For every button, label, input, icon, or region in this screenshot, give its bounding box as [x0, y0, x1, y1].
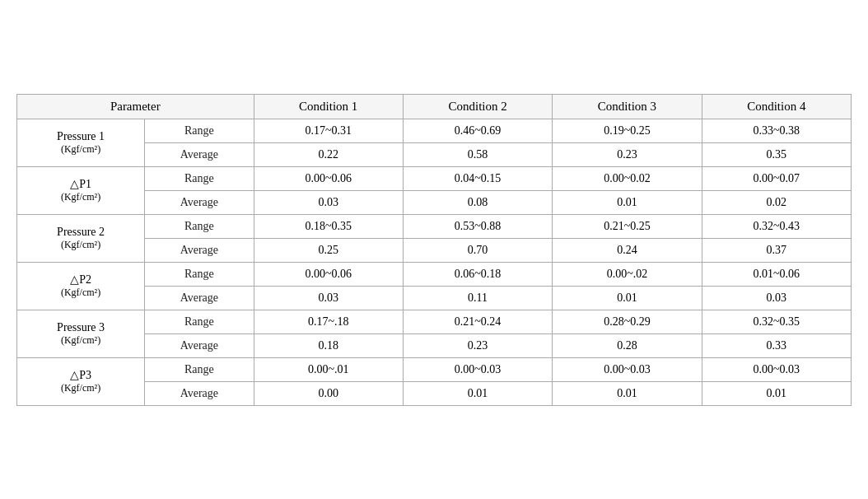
- value-cell: 0.08: [403, 190, 552, 214]
- value-cell: 0.00~0.03: [702, 357, 851, 381]
- value-cell: 0.32~0.35: [702, 310, 851, 333]
- value-cell: 0.03: [702, 286, 851, 310]
- value-cell: 0.00~0.06: [254, 166, 403, 190]
- sub-label: Range: [145, 357, 254, 381]
- sub-label: Average: [145, 333, 254, 357]
- param-name-cell: △P2(Kgf/cm²): [17, 262, 145, 310]
- header-cond3: Condition 3: [553, 94, 702, 119]
- value-cell: 0.21~0.24: [403, 310, 552, 333]
- sub-label: Range: [145, 262, 254, 286]
- value-cell: 0.24: [553, 238, 702, 262]
- value-cell: 0.35: [702, 142, 851, 166]
- value-cell: 0.00~.02: [553, 262, 702, 286]
- value-cell: 0.01: [553, 381, 702, 405]
- value-cell: 0.01: [702, 381, 851, 405]
- value-cell: 0.00: [254, 381, 403, 405]
- value-cell: 0.00~.01: [254, 357, 403, 381]
- table-row: Pressure 2(Kgf/cm²)Range0.18~0.350.53~0.…: [17, 214, 852, 238]
- value-cell: 0.53~0.88: [403, 214, 552, 238]
- value-cell: 0.00~0.03: [403, 357, 552, 381]
- value-cell: 0.37: [702, 238, 851, 262]
- value-cell: 0.18~0.35: [254, 214, 403, 238]
- param-name-cell: △P1(Kgf/cm²): [17, 166, 145, 214]
- value-cell: 0.17~0.31: [254, 119, 403, 142]
- table-row: Pressure 1(Kgf/cm²)Range0.17~0.310.46~0.…: [17, 119, 852, 142]
- value-cell: 0.23: [553, 142, 702, 166]
- value-cell: 0.01: [403, 381, 552, 405]
- value-cell: 0.22: [254, 142, 403, 166]
- param-name-cell: Pressure 2(Kgf/cm²): [17, 214, 145, 262]
- param-name-cell: △P3(Kgf/cm²): [17, 357, 145, 405]
- value-cell: 0.02: [702, 190, 851, 214]
- value-cell: 0.21~0.25: [553, 214, 702, 238]
- value-cell: 0.00~0.03: [553, 357, 702, 381]
- sub-label: Average: [145, 381, 254, 405]
- value-cell: 0.01: [553, 190, 702, 214]
- header-cond4: Condition 4: [702, 94, 851, 119]
- value-cell: 0.70: [403, 238, 552, 262]
- value-cell: 0.17~.18: [254, 310, 403, 333]
- sub-label: Average: [145, 190, 254, 214]
- value-cell: 0.04~0.15: [403, 166, 552, 190]
- sub-label: Range: [145, 166, 254, 190]
- value-cell: 0.06~0.18: [403, 262, 552, 286]
- value-cell: 0.18: [254, 333, 403, 357]
- value-cell: 0.46~0.69: [403, 119, 552, 142]
- value-cell: 0.25: [254, 238, 403, 262]
- value-cell: 0.33: [702, 333, 851, 357]
- value-cell: 0.23: [403, 333, 552, 357]
- sub-label: Average: [145, 238, 254, 262]
- value-cell: 0.00~0.07: [702, 166, 851, 190]
- header-cond2: Condition 2: [403, 94, 552, 119]
- table-wrapper: Parameter Condition 1 Condition 2 Condit…: [0, 77, 868, 422]
- value-cell: 0.32~0.43: [702, 214, 851, 238]
- sub-label: Range: [145, 214, 254, 238]
- param-name-cell: Pressure 1(Kgf/cm²): [17, 119, 145, 166]
- header-cond1: Condition 1: [254, 94, 403, 119]
- sub-label: Average: [145, 142, 254, 166]
- value-cell: 0.11: [403, 286, 552, 310]
- value-cell: 0.33~0.38: [702, 119, 851, 142]
- table-row: Pressure 3(Kgf/cm²)Range0.17~.180.21~0.2…: [17, 310, 852, 333]
- value-cell: 0.01: [553, 286, 702, 310]
- value-cell: 0.03: [254, 190, 403, 214]
- table-row: △P1(Kgf/cm²)Range0.00~0.060.04~0.150.00~…: [17, 166, 852, 190]
- sub-label: Average: [145, 286, 254, 310]
- value-cell: 0.00~0.02: [553, 166, 702, 190]
- value-cell: 0.03: [254, 286, 403, 310]
- sub-label: Range: [145, 310, 254, 333]
- value-cell: 0.58: [403, 142, 552, 166]
- sub-label: Range: [145, 119, 254, 142]
- value-cell: 0.01~0.06: [702, 262, 851, 286]
- table-row: △P2(Kgf/cm²)Range0.00~0.060.06~0.180.00~…: [17, 262, 852, 286]
- param-name-cell: Pressure 3(Kgf/cm²): [17, 310, 145, 357]
- header-parameter: Parameter: [17, 94, 254, 119]
- value-cell: 0.00~0.06: [254, 262, 403, 286]
- data-table: Parameter Condition 1 Condition 2 Condit…: [16, 94, 852, 406]
- value-cell: 0.19~0.25: [553, 119, 702, 142]
- table-row: △P3(Kgf/cm²)Range0.00~.010.00~0.030.00~0…: [17, 357, 852, 381]
- value-cell: 0.28~0.29: [553, 310, 702, 333]
- value-cell: 0.28: [553, 333, 702, 357]
